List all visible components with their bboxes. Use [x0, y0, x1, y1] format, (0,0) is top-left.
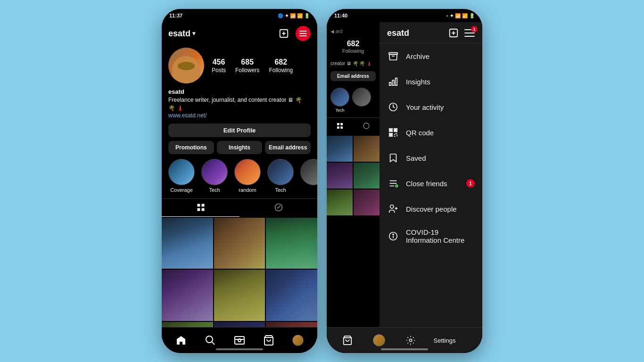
avatar-face	[172, 56, 200, 83]
profile-nav-2[interactable]	[371, 332, 388, 349]
add-content-button[interactable]	[277, 26, 291, 41]
p2-hl-tech-circle	[330, 88, 349, 107]
phone2-layout: ◀ ard 682 Following creator 🖥 🌴 🌴 🗼 Emai…	[327, 22, 482, 327]
svg-rect-38	[395, 130, 396, 131]
settings-label[interactable]: Settings	[434, 337, 456, 344]
edit-profile-button[interactable]: Edit Profile	[168, 123, 311, 137]
photo-5[interactable]	[214, 270, 265, 321]
svg-rect-17	[337, 123, 339, 125]
svg-rect-8	[197, 208, 200, 211]
followers-stat[interactable]: 685 Followers	[235, 58, 259, 74]
your-activity-label: Your activity	[406, 103, 444, 111]
photo-3[interactable]	[266, 218, 317, 269]
menu-item-covid[interactable]: COVID-19 Information Centre	[380, 222, 482, 251]
highlight-tech2-circle	[267, 159, 294, 185]
photo-1[interactable]	[162, 218, 213, 269]
photo-6[interactable]	[266, 270, 317, 321]
photo-4[interactable]	[162, 270, 213, 321]
p2-highlight-tech[interactable]: Tech	[330, 88, 349, 113]
close-friends-icon	[387, 177, 399, 189]
insights-icon	[387, 75, 399, 88]
posts-stat[interactable]: 456 Posts	[212, 58, 226, 74]
p2-photo-5[interactable]	[327, 189, 353, 215]
following-stat[interactable]: 682 Following	[269, 58, 293, 74]
shop-nav-2[interactable]	[339, 332, 356, 349]
svg-rect-7	[201, 204, 204, 207]
highlight-tech2-label: Tech	[275, 187, 286, 193]
hamburger-menu-icon[interactable]: 1	[464, 29, 475, 37]
qr-icon	[387, 126, 399, 139]
status-icons-2: ● ✦ 📶 📶 🔋	[446, 13, 475, 18]
followers-count: 685	[241, 58, 254, 66]
p2-email-button[interactable]: Email address	[330, 71, 376, 81]
posts-label: Posts	[212, 67, 226, 74]
home-nav-item[interactable]	[173, 332, 190, 349]
p2-tabs	[327, 117, 380, 134]
profile-name: esatd	[168, 88, 311, 95]
tagged-tab[interactable]	[239, 199, 317, 217]
menu-item-discover-people[interactable]: Discover people	[380, 196, 482, 222]
settings-nav-2[interactable]	[402, 332, 419, 349]
p2-photo-2[interactable]	[354, 136, 380, 162]
discover-people-label: Discover people	[406, 205, 457, 213]
phone-1: 11:37 🔵 ✦ 📶 📶 🔋 esatd ▾	[162, 9, 317, 353]
menu-item-saved[interactable]: Saved	[380, 145, 482, 171]
nav-icons-1	[277, 26, 311, 41]
p2-hl-tech-label: Tech	[335, 108, 344, 113]
svg-rect-31	[392, 80, 394, 85]
p2-photo-1[interactable]	[327, 136, 353, 162]
highlight-5-circle	[300, 159, 317, 185]
p2-highlights: Tech	[327, 86, 380, 115]
insights-button[interactable]: Insights	[217, 141, 263, 154]
p2-following-stat[interactable]: 682 Following	[327, 38, 380, 56]
grid-view-tab[interactable]	[162, 199, 239, 217]
avatar[interactable]	[168, 48, 204, 83]
menu-item-insights[interactable]: Insights	[380, 69, 482, 94]
menu-item-close-friends[interactable]: Close friends 1	[380, 171, 482, 196]
promotions-button[interactable]: Promotions	[168, 141, 214, 154]
highlight-tech-1[interactable]: Tech	[201, 159, 228, 193]
svg-rect-19	[337, 126, 339, 129]
menu-item-qr-code[interactable]: QR code	[380, 120, 482, 145]
svg-rect-9	[201, 208, 204, 211]
profile-section: 456 Posts 685 Followers 682 Following	[162, 45, 317, 88]
content-tabs	[162, 198, 317, 217]
menu-item-archive[interactable]: Archive	[380, 43, 482, 69]
email-address-button[interactable]: Email address	[265, 141, 311, 154]
nav-username-1[interactable]: esatd ▾	[168, 29, 195, 39]
phone-2: 11:40 ● ✦ 📶 📶 🔋 ◀ ard 682 Following	[327, 9, 482, 353]
home-indicator-1	[216, 348, 263, 350]
menu-header: esatd	[380, 22, 482, 43]
highlight-coverage[interactable]: Coverage	[168, 159, 195, 193]
menu-header-icons: 1	[448, 28, 475, 38]
p2-tagged-tab[interactable]	[353, 118, 380, 134]
time-2: 11:40	[334, 13, 347, 18]
p2-photo-4[interactable]	[354, 163, 380, 189]
phone2-left-panel: ◀ ard 682 Following creator 🖥 🌴 🌴 🗼 Emai…	[327, 22, 380, 327]
menu-username: esatd	[387, 28, 409, 38]
highlight-5[interactable]	[300, 159, 317, 193]
profile-nav-item[interactable]	[289, 332, 306, 349]
p2-photo-6[interactable]	[354, 189, 380, 215]
highlight-random-circle	[234, 159, 261, 185]
menu-button[interactable]	[296, 26, 311, 41]
svg-rect-28	[389, 53, 397, 55]
reels-nav-item[interactable]	[231, 332, 248, 349]
profile-buttons: Edit Profile Promotions Insights Email a…	[162, 123, 317, 159]
status-bar-2: 11:40 ● ✦ 📶 📶 🔋	[327, 9, 482, 22]
bio-link[interactable]: www.esatd.net/	[168, 112, 311, 119]
svg-point-56	[409, 339, 412, 342]
p2-photo-3[interactable]	[327, 163, 353, 189]
add-icon-menu[interactable]	[448, 28, 459, 38]
menu-item-your-activity[interactable]: Your activity	[380, 94, 482, 120]
highlight-random[interactable]: random	[234, 159, 261, 193]
p2-highlight-5[interactable]	[352, 88, 371, 113]
following-label: Following	[269, 67, 293, 74]
shop-nav-item[interactable]	[260, 332, 277, 349]
p2-grid-tab[interactable]	[327, 118, 353, 134]
svg-rect-39	[390, 134, 392, 136]
phone1-scroll-content: esatd ▾	[162, 22, 317, 353]
highlight-tech-2[interactable]: Tech	[267, 159, 294, 193]
photo-2[interactable]	[214, 218, 265, 269]
search-nav-item[interactable]	[202, 332, 219, 349]
